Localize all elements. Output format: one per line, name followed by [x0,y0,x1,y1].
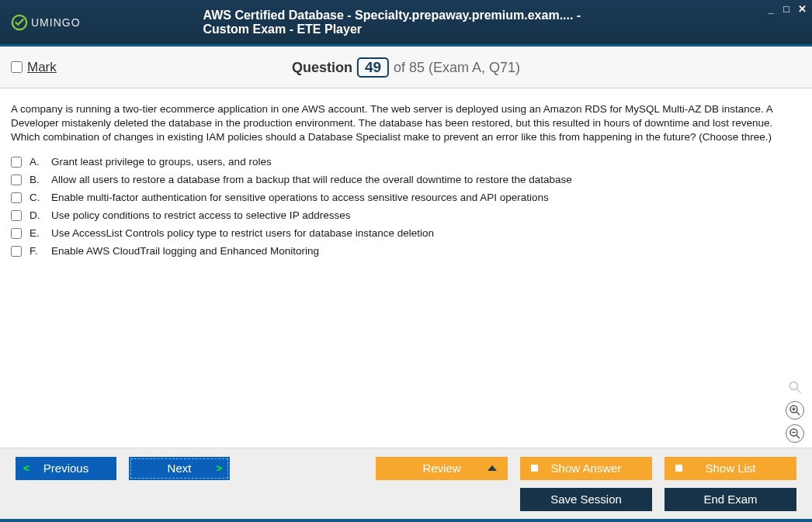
next-button[interactable]: Next > [129,457,230,480]
option-letter: F. [29,245,43,257]
option-checkbox[interactable] [11,192,22,203]
show-list-button[interactable]: Show List [665,457,796,480]
option-letter: B. [29,174,43,185]
chevron-left-icon: < [23,462,29,474]
maximize-button[interactable]: □ [781,3,792,15]
option-letter: C. [29,192,43,203]
option-text: Enable AWS CloudTrail logging and Enhanc… [51,245,319,257]
checkmark-logo-icon [11,14,28,31]
logo-text: UMINGO [31,16,81,29]
title-bar: UMINGO AWS Certified Database - Specialt… [0,0,812,47]
question-stem: A company is running a two-tier ecommerc… [11,102,801,145]
option-checkbox[interactable] [11,175,22,185]
end-exam-button[interactable]: End Exam [665,488,796,511]
option-checkbox[interactable] [11,228,22,239]
svg-line-8 [796,435,800,438]
window-controls: _ □ ✕ [765,3,807,15]
mark-label: Mark [27,60,57,75]
zoom-in-button[interactable] [786,401,804,420]
option-text: Use AccessList Controls policy type to r… [51,227,434,239]
option-d[interactable]: D. Use policy conditions to restrict acc… [11,209,801,221]
option-text: Allow all users to restore a database fr… [51,174,572,185]
show-answer-button[interactable]: Show Answer [520,457,652,480]
button-label: Save Session [550,493,622,506]
option-a[interactable]: A. Grant least privilege to groups, user… [11,156,801,168]
square-icon [675,465,682,472]
button-label: Next [168,462,192,475]
question-counter: Question 49 of 85 (Exam A, Q71) [292,57,520,78]
close-button[interactable]: ✕ [796,3,807,15]
footer-row-top: < Previous Next > Review Show Answer Sho… [16,457,796,480]
options-list: A. Grant least privilege to groups, user… [11,156,801,257]
option-checkbox[interactable] [11,246,22,257]
option-text: Use policy conditions to restrict access… [51,209,350,221]
review-button[interactable]: Review [376,457,508,480]
footer-row-bottom: Save Session End Exam [16,488,796,511]
button-label: Review [422,462,460,475]
button-label: Previous [43,462,88,475]
zoom-tools [786,378,804,443]
option-checkbox[interactable] [11,210,22,221]
button-label: Show Answer [551,462,622,475]
svg-line-2 [797,389,801,393]
window-title: AWS Certified Database - Specialty.prepa… [203,9,609,36]
option-checkbox[interactable] [11,157,22,168]
search-icon[interactable] [786,378,804,396]
option-b[interactable]: B. Allow all users to restore a database… [11,174,801,185]
option-letter: D. [29,209,43,221]
svg-line-4 [796,412,800,415]
option-letter: A. [29,156,43,168]
option-e[interactable]: E. Use AccessList Controls policy type t… [11,227,801,239]
zoom-out-button[interactable] [786,424,804,443]
previous-button[interactable]: < Previous [16,457,116,480]
svg-point-1 [789,382,797,389]
option-f[interactable]: F. Enable AWS CloudTrail logging and Enh… [11,245,801,257]
app-logo: UMINGO [11,14,81,31]
mark-checkbox[interactable] [11,61,23,73]
footer-bar: < Previous Next > Review Show Answer Sho… [0,448,812,522]
square-icon [531,465,538,472]
question-of-text: of 85 (Exam A, Q71) [394,60,520,76]
chevron-right-icon: > [216,462,222,474]
mark-checkbox-wrap[interactable]: Mark [11,60,57,75]
button-label: Show List [705,462,755,475]
option-text: Enable multi-factor authentication for s… [51,192,549,203]
option-text: Grant least privilege to groups, users, … [51,156,272,168]
button-label: End Exam [703,493,757,506]
question-word: Question [292,60,352,76]
save-session-button[interactable]: Save Session [520,488,652,511]
option-letter: E. [29,227,43,239]
question-info-bar: Mark Question 49 of 85 (Exam A, Q71) [0,47,812,88]
question-content: A company is running a two-tier ecommerc… [0,88,812,448]
option-c[interactable]: C. Enable multi-factor authentication fo… [11,192,801,203]
question-number: 49 [357,57,389,78]
triangle-up-icon [488,465,497,471]
minimize-button[interactable]: _ [765,3,776,15]
